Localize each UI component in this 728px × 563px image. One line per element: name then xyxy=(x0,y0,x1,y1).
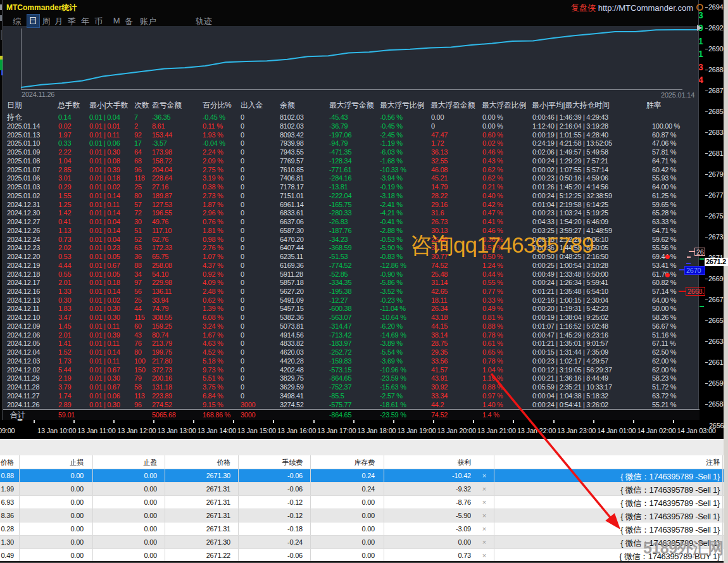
stats-cell-lots: 1.74 xyxy=(58,391,71,400)
stats-cell-pnl: 213.79 xyxy=(152,339,172,348)
stats-cell-pct: 9.15 % xyxy=(203,400,223,409)
stats-cell-minmax: 0.01 | 0.14 xyxy=(89,226,120,235)
stats-cell-maxfloatprofit-pct: 0.55 % xyxy=(482,278,503,287)
stats-cell-minmax: 0.01 | 0.18 xyxy=(89,174,120,182)
stats-cell-holdtime: 0:00:15 | 1:31:44 | 7:35:09 xyxy=(532,348,608,357)
stats-cell-count: 150 xyxy=(134,365,145,374)
time-label-first: 09:00 xyxy=(0,427,15,434)
trades-header-7[interactable]: 获利 xyxy=(457,458,471,467)
trades-header-6[interactable]: 库存费 xyxy=(355,458,375,467)
stats-row-2024.11.28: 2024.11.283.790.01 | 0.6758131.183.75 %0… xyxy=(3,383,700,391)
stats-cell-date: 2024.12.24 xyxy=(7,235,40,244)
trade-row-4[interactable]: 8.360.000.002671.31-0.120.00-5.90×{ 微信：1… xyxy=(0,509,724,522)
stats-cell-maxfloatprofit-pct: 0.33 % xyxy=(482,296,503,305)
trade-row-3[interactable]: 6.930.000.002671.31-0.120.00-8.76×{ 微信：1… xyxy=(0,496,724,509)
stats-cell-date: 2025.01.06 xyxy=(7,174,40,182)
stats-cell-balance: 4202.48 xyxy=(280,365,304,374)
stats-cell-minmax: 0.01 | 0.30 xyxy=(89,400,120,409)
chart-scroll-icon[interactable]: ◂▸ xyxy=(17,417,23,422)
stats-row-2024.11.26: 2024.11.262.890.01 | 0.3096274.529.15 %3… xyxy=(3,400,700,409)
stats-cell-inout: 0 xyxy=(241,313,244,322)
stats-cell-maxfloatloss: -752.37 xyxy=(329,383,351,391)
time-tick xyxy=(73,420,75,423)
stats-cell-maxfloatprofit-pct: 1.40 % xyxy=(482,400,503,409)
stats-cell-maxfloatprofit: 74.52 xyxy=(431,261,448,270)
stats-cell-pct: 1.93 % xyxy=(203,130,223,139)
stats-cell-maxfloatloss-pct: -0.53 % xyxy=(380,235,403,244)
stats-cell-date: 2025.01.08 xyxy=(7,156,40,165)
stats-cell-balance: 4833.82 xyxy=(280,339,304,348)
trade-row-7[interactable]: 0.490.000.002671.22-0.060.000.73×{ 微信：17… xyxy=(0,549,724,562)
stats-cell-inout: 0 xyxy=(241,113,244,122)
stats-cell-pct: 4.63 % xyxy=(203,339,223,348)
stats-cell-balance: 6235.11 xyxy=(280,252,303,261)
trade-row-1[interactable]: 0.880.000.002671.30-0.060.24-10.42×{ 微信：… xyxy=(0,469,724,483)
stats-cell-maxfloatloss: -128.34 xyxy=(329,156,351,165)
stats-cell-pct: 2.96 % xyxy=(203,208,223,217)
menu-item-8[interactable]: M xyxy=(113,16,120,25)
time-tick xyxy=(673,420,674,423)
trades-header-5[interactable]: 手续费 xyxy=(282,458,303,467)
trade-row-5[interactable]: 0.280.000.002671.31-0.180.00-3.09×{ 微信：1… xyxy=(0,522,724,536)
trade-cell-sl: 0.00 xyxy=(70,525,84,533)
stats-cell-count: 36 xyxy=(134,252,142,261)
brand-link[interactable]: 复盘侠 http://MTCommander.com xyxy=(571,3,693,14)
trade-row-6[interactable]: 1.300.000.002671.30-0.240.000.00×{ 微信：17… xyxy=(0,536,724,549)
stats-row-2024.12.17: 2024.12.172.010.01 | 0.1897229.984.09 %0… xyxy=(3,278,700,287)
stats-cell-maxfloatloss: -368.59 xyxy=(329,243,351,252)
price-tick xyxy=(705,383,708,384)
trades-header-1[interactable]: 价格 xyxy=(0,458,14,467)
trade-cell-open: 1.99 xyxy=(1,485,14,493)
trades-header-8[interactable]: 注释 xyxy=(706,458,720,467)
stats-cell-maxfloatloss: -222.04 xyxy=(329,191,351,200)
stats-cell-maxfloatprofit: 33.34 xyxy=(431,391,448,400)
stats-cell-maxfloatloss: -34.23 xyxy=(329,235,348,244)
stats-cell-winrate: 65.28 % xyxy=(652,208,676,217)
stats-cell-maxfloatloss-pct: -2.41 % xyxy=(380,200,403,209)
close-position-icon[interactable]: × xyxy=(480,485,489,493)
stats-cell-holdtime: 0:00:12 | 3:19:05 | 56:29:37 xyxy=(532,365,612,374)
stats-cell-maxfloatprofit: 38.14 xyxy=(431,331,448,339)
close-position-icon[interactable]: × xyxy=(480,525,489,533)
close-position-icon[interactable]: × xyxy=(480,512,489,519)
stats-cell-minmax: 0.01 | 0.11 xyxy=(89,339,120,348)
trade-cell-tp: 0.00 xyxy=(144,498,157,506)
stats-cell-maxfloatprofit-pct: 0.65 % xyxy=(482,348,503,357)
trade-row-2[interactable]: 1.990.000.002671.31-0.060.24-9.32×{ 微信：1… xyxy=(0,483,724,496)
stats-cell-holdtime: 0:00:04 | 1:04:38 | 5:18:32 xyxy=(532,391,608,400)
stats-cell-minmax: 0.01 | 0.30 xyxy=(89,304,120,313)
close-position-icon[interactable]: × xyxy=(480,552,489,559)
stats-cell-lots: 3.01 xyxy=(58,174,71,182)
stats-cell-winrate: 59.65 % xyxy=(652,200,676,209)
stats-cell-pnl: 158.72 xyxy=(152,156,172,165)
stats-cell-winrate: 60.82 % xyxy=(652,278,676,287)
close-position-icon[interactable]: × xyxy=(480,472,489,479)
stop-dash-red xyxy=(679,291,686,292)
stats-cell-minmax: 0.01 | 0.06 xyxy=(89,139,120,148)
stats-cell-winrate: 47.06 % xyxy=(652,139,676,148)
trade-cell-tp: 0.00 xyxy=(144,472,157,479)
stats-cell-maxfloatloss: -280.33 xyxy=(329,208,351,217)
stats-cell-maxfloatprofit-pct: 1.04 % xyxy=(482,365,503,374)
stats-row-2024.12.04: 2024.12.041.520.01 | 0.1480199.754.52 %0… xyxy=(3,348,700,357)
trades-header-3[interactable]: 止盈 xyxy=(143,458,157,467)
stats-total-row: 合计59.015065.68168.86 %3000-864.65-23.59 … xyxy=(3,410,700,420)
trades-header-2[interactable]: 止损 xyxy=(70,458,84,467)
stats-cell-count: 115 xyxy=(134,313,145,322)
trade-cell-profit: -9.32 xyxy=(456,485,471,493)
trades-header-4[interactable]: 价格 xyxy=(217,458,230,467)
stats-cell-maxfloatloss-pct: -23.59 % xyxy=(380,374,406,383)
stats-cell-winrate: 50.00 % xyxy=(652,304,676,313)
close-position-icon[interactable]: × xyxy=(480,538,489,546)
stats-cell-balance: 5491.09 xyxy=(280,296,304,305)
stats-cell-maxfloatprofit: 0.00 xyxy=(431,113,444,122)
close-position-icon[interactable]: × xyxy=(480,498,489,506)
stats-cell-maxfloatprofit: 26.34 xyxy=(431,304,448,313)
time-tick xyxy=(433,420,434,423)
time-axis[interactable]: 09:0013 Jan 10:0013 Jan 11:0013 Jan 12:0… xyxy=(0,420,724,440)
stats-cell-minmax: 0.01 | 0.30 xyxy=(89,374,120,383)
stats-cell-lots: 0.73 xyxy=(58,235,71,244)
time-label: 13 Jan 16:00 xyxy=(277,427,316,434)
stats-cell-pct: -0.04 % xyxy=(203,139,225,148)
stats-cell-inout: 0 xyxy=(241,270,244,279)
